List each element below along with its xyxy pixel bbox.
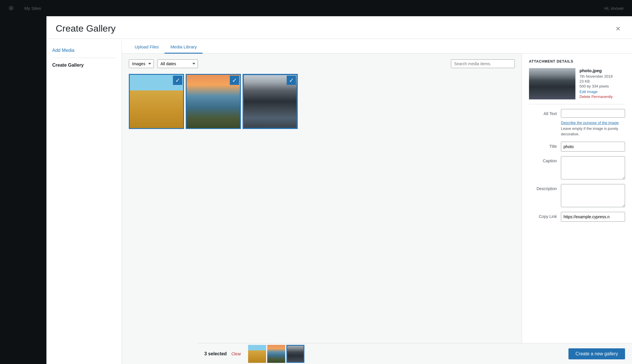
selected-count: 3 selected (204, 351, 227, 356)
modal-footer: 3 selected Clear Create a new gallery (197, 343, 632, 364)
media-grid-area: Images Audio Video All dates November 20… (122, 54, 522, 364)
alt-text-label: Alt Text (529, 109, 561, 116)
alt-text-helper-link[interactable]: Describe the purpose of the image (561, 121, 619, 125)
copy-link-field: Copy Link (529, 212, 625, 222)
create-gallery-modal: Create Gallery × Add Media Create Galler… (46, 16, 632, 364)
description-label: Description (529, 184, 561, 191)
caption-input[interactable] (561, 156, 625, 179)
media-item-checkmark: ✓ (287, 76, 296, 85)
title-field: Title (529, 142, 625, 152)
attachment-thumbnail (529, 68, 575, 99)
sidebar-divider (52, 58, 116, 58)
media-item[interactable]: ✓ (186, 74, 241, 129)
attachment-divider (529, 104, 625, 104)
modal-title: Create Gallery (56, 23, 115, 34)
alt-text-input[interactable] (561, 109, 625, 118)
footer-action: Create a new gallery (568, 348, 625, 359)
description-input[interactable] (561, 184, 625, 207)
media-tabs: Upload Files Media Library (122, 41, 632, 54)
attachment-details-panel: ATTACHMENT DETAILS photo.jpeg 7th Novemb… (522, 54, 632, 364)
edit-image-link[interactable]: Edit Image (579, 90, 625, 94)
create-new-gallery-button[interactable]: Create a new gallery (568, 348, 625, 359)
media-item-checkmark: ✓ (173, 76, 182, 85)
title-input[interactable] (561, 142, 625, 152)
media-item[interactable]: ✓ (243, 74, 298, 129)
attachment-dimensions: 500 by 334 pixels (579, 84, 625, 88)
tab-media-library[interactable]: Media Library (165, 41, 203, 54)
caption-field: Caption (529, 156, 625, 179)
alt-text-helper: Describe the purpose of the image. Leave… (561, 120, 625, 137)
copy-link-input[interactable] (561, 212, 625, 222)
tab-upload-files[interactable]: Upload Files (129, 41, 165, 54)
attachment-preview-row: photo.jpeg 7th November 2019 23 KB 500 b… (529, 68, 625, 99)
footer-thumb-1[interactable] (248, 345, 266, 363)
caption-label: Caption (529, 156, 561, 163)
sidebar-create-gallery: Create Gallery (52, 63, 116, 68)
delete-permanently-link[interactable]: Delete Permanently (579, 94, 625, 99)
description-field: Description (529, 184, 625, 207)
modal-content-area: Images Audio Video All dates November 20… (122, 54, 632, 364)
modal-nav-sidebar: Add Media Create Gallery (46, 41, 122, 364)
attachment-filename: photo.jpeg (579, 68, 625, 73)
filter-bar: Images Audio Video All dates November 20… (129, 59, 515, 68)
modal-header: Create Gallery × (46, 16, 632, 39)
modal-close-button[interactable]: × (613, 23, 623, 34)
clear-selection-link[interactable]: Clear (231, 352, 241, 356)
modal-main-area: Upload Files Media Library Images Audio … (122, 41, 632, 364)
footer-thumb-2[interactable] (267, 345, 285, 363)
media-item-checkmark: ✓ (230, 76, 239, 85)
attachment-date: 7th November 2019 (579, 74, 625, 79)
date-filter-select[interactable]: All dates November 2019 (157, 59, 198, 68)
title-label: Title (529, 142, 561, 149)
sidebar-add-media[interactable]: Add Media (52, 48, 116, 53)
copy-link-label: Copy Link (529, 212, 561, 219)
media-item[interactable]: ✓ (129, 74, 184, 129)
attachment-size: 23 KB (579, 79, 625, 83)
footer-thumbnails (248, 345, 304, 363)
type-filter-select[interactable]: Images Audio Video (129, 59, 154, 68)
search-media-input[interactable] (451, 59, 515, 68)
attachment-meta: photo.jpeg 7th November 2019 23 KB 500 b… (579, 68, 625, 99)
footer-thumb-3[interactable] (286, 345, 304, 363)
attachment-details-header: ATTACHMENT DETAILS (529, 59, 625, 63)
alt-text-field: Alt Text Describe the purpose of the ima… (529, 109, 625, 137)
media-grid: ✓ ✓ ✓ (129, 74, 515, 129)
